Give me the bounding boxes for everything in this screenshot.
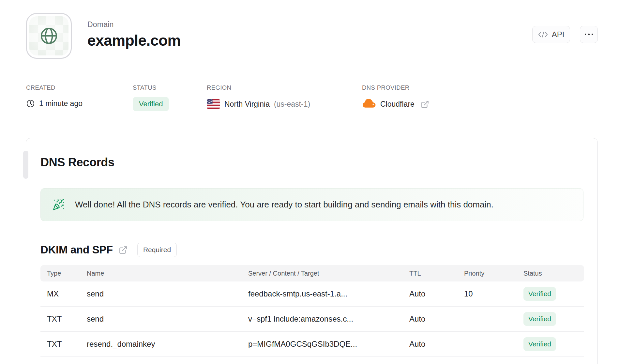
cell-content: p=MIGfMA0GCSqGSIb3DQE... [248,340,409,349]
dns-records-title: DNS Records [40,156,583,169]
dns-records-table: Type Name Server / Content / Target TTL … [40,265,584,357]
more-button[interactable] [580,26,598,43]
success-banner-message: Well done! All the DNS records are verif… [75,200,493,210]
region-value: North Virginia [224,100,270,109]
table-row: MX send feedback-smtp.us-east-1.a... Aut… [40,281,584,307]
success-banner: Well done! All the DNS records are verif… [40,188,583,221]
dns-provider-label: DNS PROVIDER [362,84,429,91]
dns-provider-value: Cloudflare [380,100,415,109]
cloudflare-icon [362,99,376,109]
page-title: example.com [87,32,181,49]
table-header-row: Type Name Server / Content / Target TTL … [40,265,584,281]
meta-dns-provider: DNS PROVIDER Cloudflare [362,84,429,109]
table-row: TXT send v=spf1 include:amazonses.c... A… [40,307,584,332]
cell-type: TXT [40,340,87,349]
cell-priority: 10 [464,289,523,298]
col-header-content: Server / Content / Target [248,270,409,277]
code-icon [538,31,548,38]
status-badge: Verified [133,97,169,111]
col-header-status: Status [523,270,584,277]
dns-records-card: DNS Records Well done! All the DNS recor… [26,138,598,364]
ellipsis-icon [585,34,593,35]
dkim-external-link-icon[interactable] [119,246,128,254]
cell-name: send [87,289,248,298]
verified-badge: Verified [523,312,556,326]
region-label: REGION [207,84,310,91]
domain-avatar [26,13,72,59]
verified-badge: Verified [523,337,556,351]
cell-name: send [87,314,248,324]
created-value: 1 minute ago [39,99,83,108]
cell-ttl: Auto [409,340,464,349]
clock-icon [26,99,35,108]
api-button[interactable]: API [532,26,570,43]
col-header-priority: Priority [464,270,523,277]
cell-type: MX [40,289,87,298]
table-row: TXT resend._domainkey p=MIGfMA0GCSqGSIb3… [40,332,584,357]
meta-region: REGION [207,84,310,109]
globe-icon [29,16,68,55]
cell-name: resend._domainkey [87,340,248,349]
created-label: CREATED [26,84,83,91]
dkim-spf-title: DKIM and SPF [40,244,113,256]
cell-type: TXT [40,314,87,324]
cell-content: v=spf1 include:amazonses.c... [248,314,409,324]
cell-ttl: Auto [409,314,464,324]
region-code: (us-east-1) [274,100,310,109]
us-flag-icon [207,99,220,109]
required-badge: Required [137,243,177,257]
cell-ttl: Auto [409,289,464,298]
cloudflare-external-link-icon[interactable] [421,100,429,109]
col-header-name: Name [87,270,248,277]
page-eyebrow: Domain [87,20,181,29]
card-left-notch [23,151,28,179]
col-header-type: Type [40,270,87,277]
meta-status: STATUS Verified [133,84,169,111]
party-popper-icon [53,199,65,211]
col-header-ttl: TTL [409,270,464,277]
status-label: STATUS [133,84,169,91]
api-button-label: API [552,30,565,39]
verified-badge: Verified [523,287,556,301]
meta-created: CREATED 1 minute ago [26,84,83,108]
cell-content: feedback-smtp.us-east-1.a... [248,289,409,298]
